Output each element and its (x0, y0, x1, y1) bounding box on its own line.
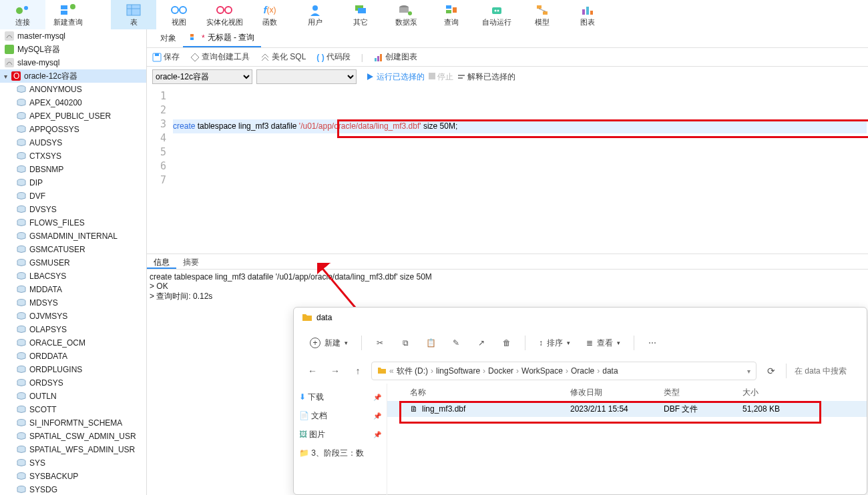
schema-sys[interactable]: SYS (0, 456, 146, 470)
schema-ordsys[interactable]: ORDSYS (0, 376, 146, 390)
ribbon-table[interactable]: 表 (111, 0, 156, 29)
search-input[interactable] (791, 366, 857, 376)
schema-gsmcatuser[interactable]: GSMCATUSER (0, 243, 146, 256)
ribbon-view[interactable]: 视图 (156, 0, 202, 29)
col-date[interactable]: 修改日期 (570, 387, 664, 398)
sidebar-documents[interactable]: 📄 文档📌 (299, 406, 381, 425)
conn-oracle-12c[interactable]: ▾Ooracle-12c容器 (0, 69, 146, 83)
sort-button[interactable]: ↕ 排序 ▾ (532, 332, 577, 354)
schema-orddata[interactable]: ORDDATA (0, 350, 146, 363)
ribbon-autorun[interactable]: 自动运行 (474, 0, 519, 29)
new-button[interactable]: +新建▾ (303, 332, 355, 354)
schema-select[interactable] (256, 69, 357, 84)
snippet-button[interactable]: ( )代码段 (316, 51, 350, 63)
conn-slave-mysql[interactable]: slave-mysql (0, 56, 146, 69)
ribbon-matview[interactable]: 实体化视图 (202, 0, 247, 29)
conn-master-mysql[interactable]: master-mysql (0, 29, 146, 43)
view-button[interactable]: ≣ 查看 ▾ (580, 332, 627, 354)
ribbon-new-query[interactable]: 新建查询 (45, 0, 91, 29)
up-button[interactable]: ↑ (349, 366, 367, 376)
schema-spatial_csw_admin_usr[interactable]: SPATIAL_CSW_ADMIN_USR (0, 430, 146, 443)
paste-icon[interactable]: 📋 (419, 332, 442, 354)
schema-oracle_ocm[interactable]: ORACLE_OCM (0, 336, 146, 350)
schema-flows_files[interactable]: FLOWS_FILES (0, 216, 146, 229)
ribbon-model[interactable]: 模型 (519, 0, 565, 29)
cut-icon[interactable]: ✂ (369, 332, 391, 354)
tab-object[interactable]: 对象 (154, 30, 183, 47)
crumb[interactable]: 软件 (D:) (397, 366, 428, 377)
pin-icon[interactable]: 📌 (373, 394, 381, 401)
col-type[interactable]: 类型 (664, 387, 742, 398)
schema-dbsnmp[interactable]: DBSNMP (0, 163, 146, 176)
sidebar-downloads[interactable]: ⬇ 下载📌 (299, 388, 381, 406)
schema-apex_public_user[interactable]: APEX_PUBLIC_USER (0, 109, 146, 123)
ribbon-datapump[interactable]: 数据泵 (383, 0, 429, 29)
schema-ojvmsys[interactable]: OJVMSYS (0, 310, 146, 323)
refresh-button[interactable]: ⟳ (761, 366, 782, 376)
delete-icon[interactable]: 🗑 (495, 332, 518, 354)
schema-apex_040200[interactable]: APEX_040200 (0, 96, 146, 109)
schema-mddata[interactable]: MDDATA (0, 283, 146, 296)
code-area[interactable]: create tablespace ling_mf3 datafile '/u0… (173, 87, 868, 254)
schema-sysdg[interactable]: SYSDG (0, 483, 146, 495)
ribbon-other[interactable]: 其它 (338, 0, 383, 29)
schema-dip[interactable]: DIP (0, 176, 146, 189)
schema-gsmadmin_internal[interactable]: GSMADMIN_INTERNAL (0, 229, 146, 243)
pin-icon[interactable]: 📌 (373, 431, 381, 438)
sql-editor[interactable]: 1234567 create tablespace ling_mf3 dataf… (147, 87, 868, 254)
file-explorer-window[interactable]: data +新建▾ ✂ ⧉ 📋 ✎ ↗ 🗑 ↕ 排序 ▾ ≣ 查看 ▾ ⋯ ← … (293, 307, 867, 495)
schema-ctxsys[interactable]: CTXSYS (0, 149, 146, 163)
back-button[interactable]: ← (303, 366, 322, 376)
more-icon[interactable]: ⋯ (641, 332, 664, 354)
run-selected-button[interactable]: 运行已选择的 (366, 71, 425, 83)
schema-si_informtn_schema[interactable]: SI_INFORMTN_SCHEMA (0, 416, 146, 430)
schema-spatial_wfs_admin_usr[interactable]: SPATIAL_WFS_ADMIN_USR (0, 443, 146, 456)
schema-dvsys[interactable]: DVSYS (0, 203, 146, 216)
query-builder-button[interactable]: 查询创建工具 (190, 51, 250, 63)
crumb[interactable]: Oracle (571, 366, 594, 376)
beautify-sql-button[interactable]: 美化 SQL (260, 51, 306, 63)
schema-mdsys[interactable]: MDSYS (0, 296, 146, 310)
tab-summary[interactable]: 摘要 (176, 254, 206, 269)
conn-mysql-container[interactable]: MySQL容器 (0, 43, 146, 56)
copy-icon[interactable]: ⧉ (394, 332, 417, 354)
schema-outln[interactable]: OUTLN (0, 390, 146, 403)
crumb[interactable]: WorkSpace (521, 366, 563, 376)
schema-olapsys[interactable]: OLAPSYS (0, 323, 146, 336)
schema-appqossys[interactable]: APPQOSSYS (0, 123, 146, 136)
create-chart-button[interactable]: 创建图表 (374, 51, 417, 63)
tab-untitled-query[interactable]: * 无标题 - 查询 (183, 29, 261, 47)
explain-button[interactable]: 解释已选择的 (457, 71, 515, 83)
col-name[interactable]: 名称 (410, 387, 570, 398)
schema-sysbackup[interactable]: SYSBACKUP (0, 470, 146, 483)
explorer-sidebar[interactable]: ⬇ 下载📌 📄 文档📌 🖼 图片📌 📁 3、阶段三：数 (294, 384, 387, 495)
save-button[interactable]: 保存 (152, 51, 180, 63)
crumb[interactable]: lingSoftware (436, 366, 480, 376)
connection-select[interactable]: oracle-12c容器 (152, 69, 252, 84)
tab-info[interactable]: 信息 (147, 254, 176, 269)
schema-lbacsys[interactable]: LBACSYS (0, 270, 146, 283)
col-size[interactable]: 大小 (742, 387, 867, 398)
share-icon[interactable]: ↗ (470, 332, 493, 354)
sidebar-folder-stage3[interactable]: 📁 3、阶段三：数 (299, 444, 381, 462)
explorer-filelist[interactable]: 名称 修改日期 类型 大小 🗎ling_mf3.dbf 2023/2/11 15… (387, 384, 867, 495)
crumb[interactable]: Docker (488, 366, 513, 376)
stop-button[interactable]: 停止 (429, 71, 453, 83)
sidebar-pictures[interactable]: 🖼 图片📌 (299, 425, 381, 444)
pin-icon[interactable]: 📌 (373, 412, 381, 420)
schema-audsys[interactable]: AUDSYS (0, 136, 146, 149)
schema-anonymous[interactable]: ANONYMOUS (0, 83, 146, 96)
explorer-titlebar[interactable]: data (294, 308, 867, 328)
breadcrumb[interactable]: « 软件 (D:)› lingSoftware› Docker› WorkSpa… (371, 362, 756, 380)
ribbon-connect[interactable]: 连接 (0, 0, 45, 29)
schema-ordplugins[interactable]: ORDPLUGINS (0, 363, 146, 376)
connection-tree[interactable]: master-mysql MySQL容器 slave-mysql ▾Ooracl… (0, 29, 147, 495)
ribbon-chart[interactable]: 图表 (565, 0, 610, 29)
column-header-row[interactable]: 名称 修改日期 类型 大小 (387, 384, 867, 401)
ribbon-query[interactable]: 查询 (429, 0, 474, 29)
crumb[interactable]: data (602, 366, 618, 376)
forward-button[interactable]: → (326, 366, 345, 376)
schema-gsmuser[interactable]: GSMUSER (0, 256, 146, 270)
schema-dvf[interactable]: DVF (0, 189, 146, 203)
ribbon-user[interactable]: 用户 (292, 0, 338, 29)
